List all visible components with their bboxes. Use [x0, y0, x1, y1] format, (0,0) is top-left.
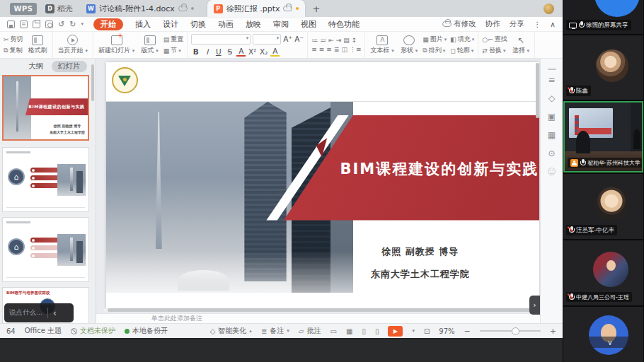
expand-panel-tab[interactable]: ›: [529, 296, 540, 315]
comments-button[interactable]: ▱ 批注: [299, 326, 321, 336]
slide-thumbnail-1-selected[interactable]: BIM课程建设的创新与实践 徐照 副教授 博导 东南大学土木工程学院: [2, 75, 89, 141]
reset-button[interactable]: ▤重置: [163, 35, 184, 44]
shapes-button[interactable]: 形状 ▾: [399, 35, 419, 55]
subscript-button[interactable]: X₂: [259, 47, 268, 56]
history-clock-icon[interactable]: ⊙: [548, 149, 555, 158]
zoom-slider[interactable]: [480, 330, 541, 332]
slides-copy-icon[interactable]: ▣: [548, 112, 556, 121]
picture-button[interactable]: ▦图片 ▾: [422, 35, 447, 44]
panel-scrollbar[interactable]: [91, 64, 94, 101]
document-tab-docx[interactable]: W 讨论稿-附件1-4.docx: [80, 0, 200, 17]
copy-button[interactable]: ⧉复制: [4, 46, 23, 55]
section-button[interactable]: ▦节 ▾: [163, 46, 184, 55]
participant-tile[interactable]: 中建八局三公司-王瑶: [563, 240, 643, 305]
reading-view-icon[interactable]: ▯: [362, 327, 366, 335]
increase-font-icon[interactable]: A⁺: [283, 35, 292, 43]
play-from-current-button[interactable]: 当页开始 ▾: [57, 35, 89, 55]
slide-thumbnail-2[interactable]: ⌂: [2, 147, 89, 212]
replace-button[interactable]: ⇄替换 ▾: [482, 46, 507, 55]
participant-tile-active-speaker[interactable]: 翟柏华-苏州科技大学: [563, 101, 643, 173]
participant-tile[interactable]: 陈鑫: [563, 35, 643, 100]
document-tab-pptx-active[interactable]: P 徐照汇报 .pptx: [207, 0, 306, 17]
share-button[interactable]: 分享: [510, 19, 524, 29]
theme-name[interactable]: Office 主题: [25, 326, 62, 336]
fill-button[interactable]: ◧填充 ▾: [450, 35, 474, 44]
font-size-select[interactable]: [253, 34, 281, 45]
new-slide-button[interactable]: 新建幻灯片 ▾: [97, 35, 136, 55]
italic-button[interactable]: I: [202, 47, 212, 56]
protection-status[interactable]: 文档未保护: [71, 326, 115, 336]
slideshow-play-button[interactable]: ▶: [388, 326, 403, 337]
numbering-options-icon[interactable]: ⋮≡: [350, 46, 362, 53]
tab-animation[interactable]: 动画: [218, 19, 234, 30]
justify-icon[interactable]: ≣: [334, 46, 340, 53]
print-icon[interactable]: [33, 21, 40, 28]
line-spacing-icon[interactable]: ↕: [352, 37, 357, 44]
image-edit-icon[interactable]: ▦: [548, 131, 556, 139]
select-button[interactable]: ↖ 选择 ▾: [511, 35, 531, 55]
participant-tile[interactable]: ∨: [563, 307, 643, 362]
undo-icon[interactable]: ↺: [58, 21, 64, 28]
backup-status[interactable]: 本地备份开: [125, 326, 168, 336]
format-painter-button[interactable]: 格式刷: [27, 35, 49, 55]
strikethrough-button[interactable]: S: [225, 47, 234, 56]
fit-screen-icon[interactable]: ⊡: [424, 327, 430, 335]
rail-handle[interactable]: [548, 69, 556, 70]
save-icon[interactable]: [7, 21, 15, 28]
user-avatar[interactable]: [544, 4, 554, 14]
vertical-scrollbar[interactable]: [536, 63, 539, 118]
number-list-icon[interactable]: ≕: [320, 37, 326, 44]
more-options-icon[interactable]: ⋮: [534, 20, 541, 28]
modified-status[interactable]: 有修改: [442, 19, 476, 29]
align-right-icon[interactable]: ≡: [326, 46, 332, 53]
qat-dropdown-icon[interactable]: ▾: [81, 21, 84, 27]
new-tab-button[interactable]: +: [312, 4, 320, 14]
play-options-icon[interactable]: ▾: [412, 328, 415, 334]
bullet-list-icon[interactable]: ≔: [311, 37, 318, 44]
align-center-icon[interactable]: ≡: [319, 46, 325, 53]
align-left-icon[interactable]: ≡: [311, 46, 317, 53]
participant-tile-screen-share[interactable]: 徐照的屏幕共享: [563, 0, 643, 34]
redo-icon[interactable]: ↻: [69, 21, 76, 28]
slide-canvas[interactable]: BIM课程建设的创新与实践 徐照 副教授 博导 东南大学土木工程学院: [106, 62, 539, 309]
font-color-button[interactable]: A: [236, 47, 246, 57]
notes-bar[interactable]: 单击此处添加备注: [96, 313, 540, 323]
phone-remote-icon[interactable]: ▯: [375, 327, 379, 335]
tab-slides[interactable]: 幻灯片: [52, 61, 87, 72]
horizontal-scrollbar[interactable]: [103, 308, 533, 312]
slide-sorter-view-icon[interactable]: ▦: [346, 327, 352, 335]
collaborate-button[interactable]: 协作: [485, 19, 500, 29]
outline-button[interactable]: ◻轮廓 ▾: [450, 46, 474, 55]
sticker-smiley-icon[interactable]: ☺: [547, 168, 556, 176]
zoom-out-button[interactable]: −: [464, 327, 471, 336]
text-direction-icon[interactable]: ▤: [343, 37, 350, 44]
columns-icon[interactable]: ◫: [341, 46, 347, 53]
find-button[interactable]: ○⌐查找: [482, 35, 507, 44]
layout-button[interactable]: 版式 ▾: [139, 35, 159, 55]
zoom-percentage[interactable]: 97%: [439, 327, 454, 335]
tab-home[interactable]: 开始: [93, 18, 123, 30]
textbox-button[interactable]: 文本框 ▾: [369, 35, 395, 55]
properties-icon[interactable]: ≡: [548, 76, 555, 84]
tab-slideshow[interactable]: 放映: [246, 19, 261, 30]
meeting-chat-bar[interactable]: 说点什么... ‹: [4, 303, 74, 322]
slide-thumbnail-3[interactable]: ⌂: [2, 217, 89, 282]
smart-beautify-button[interactable]: ◇ 智能美化▴: [210, 326, 252, 336]
participant-tile[interactable]: 汪丛军-中亿丰: [563, 174, 643, 239]
decrease-font-icon[interactable]: A⁻: [294, 35, 304, 43]
zoom-in-button[interactable]: +: [550, 327, 556, 336]
wps-menu-button[interactable]: WPS: [10, 3, 37, 15]
font-family-select[interactable]: [191, 34, 251, 45]
tab-view[interactable]: 视图: [301, 19, 316, 30]
chat-input-placeholder[interactable]: 说点什么...: [9, 308, 42, 317]
collapse-tiles-button[interactable]: ∨: [586, 337, 634, 348]
chat-collapse-icon[interactable]: ‹: [53, 308, 57, 318]
tab-special-features[interactable]: 特色功能: [328, 19, 360, 30]
tab-review[interactable]: 审阅: [273, 19, 289, 30]
superscript-button[interactable]: X²: [248, 47, 257, 56]
indent-icon[interactable]: ⇥: [336, 37, 342, 44]
bold-button[interactable]: B: [191, 47, 200, 56]
highlight-button[interactable]: A: [270, 47, 280, 57]
notes-toggle-button[interactable]: ≣ 备注▾: [261, 326, 289, 336]
arrange-button[interactable]: ⧉排列 ▾: [422, 46, 447, 55]
